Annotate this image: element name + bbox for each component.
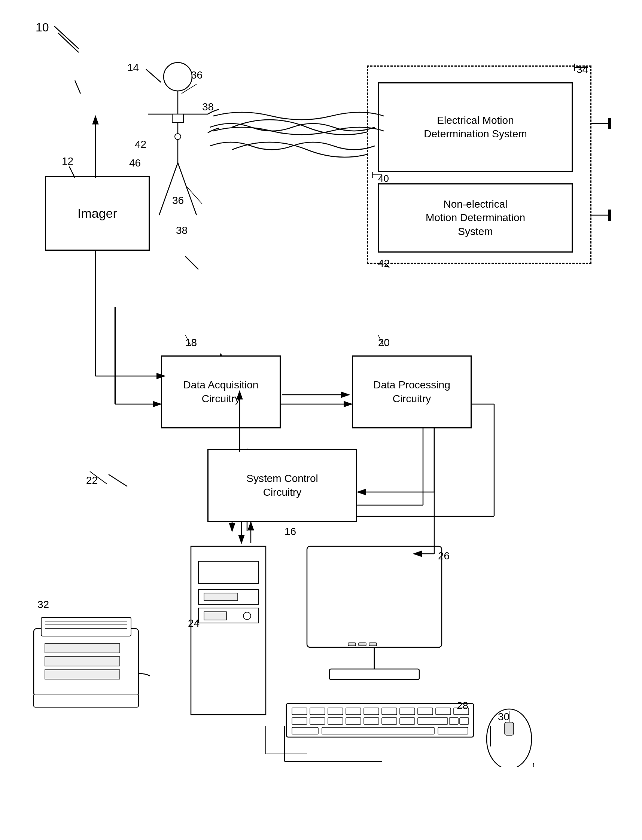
dproc-to-workstation-arrow: [412, 427, 561, 569]
svg-rect-105: [34, 694, 138, 707]
dacq-to-dproc-arrow: [280, 385, 355, 404]
ref-36a: 36: [191, 69, 203, 81]
svg-line-118: [187, 187, 202, 204]
data-processing-box: Data Processing Circuitry: [352, 356, 472, 429]
sysctl-to-computer-arrows: [232, 520, 262, 546]
svg-rect-77: [400, 708, 415, 715]
svg-rect-86: [382, 718, 397, 724]
ref-16: 16: [284, 526, 296, 538]
svg-rect-88: [418, 718, 448, 724]
right-connector-bottom: [590, 204, 612, 241]
svg-rect-81: [292, 718, 307, 724]
svg-rect-98: [41, 617, 131, 636]
ref-28: 28: [457, 700, 468, 712]
ref12-leader: [62, 165, 84, 180]
svg-rect-73: [328, 708, 343, 715]
svg-rect-33: [172, 114, 183, 122]
svg-rect-72: [310, 708, 325, 715]
ref34-leader: [573, 62, 592, 73]
svg-rect-103: [45, 657, 120, 666]
right-connector-top: [590, 116, 612, 154]
non-electrical-motion-label: Non-electrical Motion Determination Syst…: [426, 197, 525, 238]
svg-rect-84: [346, 718, 361, 724]
svg-rect-93: [460, 718, 469, 724]
sysctl-to-dacq-arrow: [229, 385, 251, 455]
ref-38b: 38: [176, 225, 188, 236]
svg-point-28: [164, 63, 192, 91]
ref-42a: 42: [135, 138, 146, 151]
svg-point-34: [175, 134, 181, 139]
svg-line-26: [69, 167, 75, 178]
ref-32: 32: [37, 599, 49, 611]
ref18-leader: [178, 333, 196, 348]
svg-line-25: [54, 26, 79, 49]
svg-rect-58: [198, 561, 258, 584]
ref20-leader: [371, 333, 389, 348]
svg-rect-41: [608, 118, 611, 129]
svg-line-31: [159, 163, 178, 215]
ref-46: 46: [129, 157, 141, 169]
system-control-box: System Control Circuitry: [208, 449, 357, 522]
svg-rect-68: [358, 643, 366, 646]
svg-line-5: [185, 256, 198, 269]
svg-rect-67: [348, 643, 356, 646]
svg-rect-102: [45, 644, 120, 653]
svg-line-56: [90, 471, 107, 484]
imager-to-dacq-arrow: [86, 249, 169, 398]
svg-rect-78: [418, 708, 433, 715]
ref10-leader: [52, 24, 90, 54]
electrode-waves: [208, 116, 376, 161]
data-acquisition-box: Data Acquisition Circuitry: [161, 356, 281, 429]
ref-30: 30: [498, 711, 509, 723]
svg-rect-96: [504, 722, 514, 735]
svg-rect-71: [292, 708, 307, 715]
ref-10: 10: [36, 21, 49, 34]
svg-rect-76: [382, 708, 397, 715]
svg-rect-85: [364, 718, 379, 724]
svg-rect-69: [369, 643, 376, 646]
ref-36b: 36: [172, 194, 184, 207]
svg-rect-43: [608, 210, 611, 221]
ref-42b: 42: [378, 257, 390, 269]
data-processing-label: Data Processing Circuitry: [373, 378, 450, 406]
svg-rect-104: [45, 670, 120, 679]
non-electrical-motion-box: Non-electrical Motion Determination Syst…: [378, 183, 573, 252]
imager-box: Imager: [45, 176, 150, 251]
svg-rect-66: [329, 669, 419, 680]
svg-rect-92: [449, 718, 458, 724]
svg-rect-87: [400, 718, 415, 724]
system-control-label: System Control Circuitry: [246, 472, 318, 499]
svg-rect-74: [346, 708, 361, 715]
diagram: 10 Imager 12 14 36 38 42 46 3: [0, 0, 642, 840]
ref38b-leader: [183, 185, 213, 208]
ref-14: 14: [127, 62, 139, 74]
ref-24: 24: [188, 617, 199, 630]
computer-connections: [202, 724, 502, 773]
imager-label: Imager: [78, 205, 117, 222]
imager-up-arrow: [86, 108, 105, 181]
svg-rect-62: [204, 612, 227, 620]
svg-rect-61: [204, 593, 238, 600]
electrical-motion-label: Electrical Motion Determination System: [424, 114, 527, 141]
svg-rect-82: [310, 718, 325, 724]
svg-line-3: [75, 81, 81, 94]
svg-point-63: [243, 612, 251, 620]
svg-line-48: [378, 335, 384, 346]
printer: [23, 599, 150, 719]
ref22-leader: [86, 469, 116, 486]
svg-rect-79: [436, 708, 451, 715]
svg-line-44: [185, 335, 191, 346]
svg-rect-75: [364, 708, 379, 715]
ref40-leader: [371, 170, 386, 180]
electrical-motion-box: Electrical Motion Determination System: [378, 82, 573, 172]
svg-rect-83: [328, 718, 343, 724]
computer-tower: [183, 539, 281, 726]
